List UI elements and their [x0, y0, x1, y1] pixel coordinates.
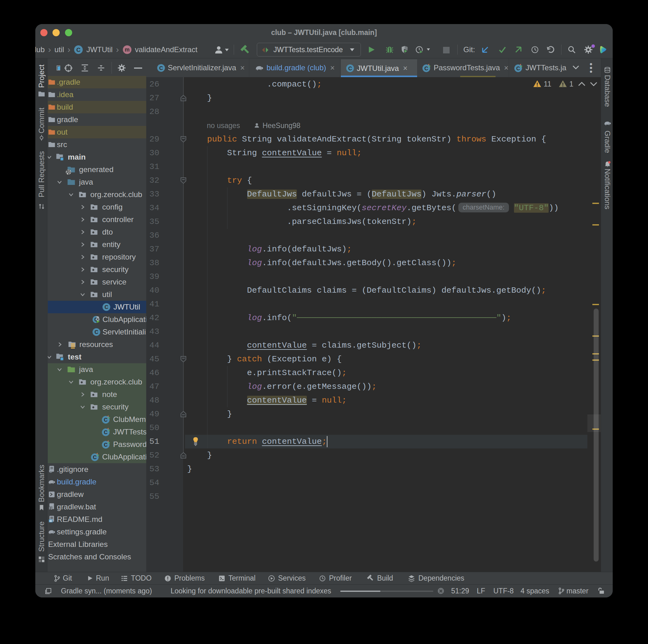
svg-text:m: m: [125, 47, 130, 53]
svg-text:C: C: [76, 47, 81, 53]
